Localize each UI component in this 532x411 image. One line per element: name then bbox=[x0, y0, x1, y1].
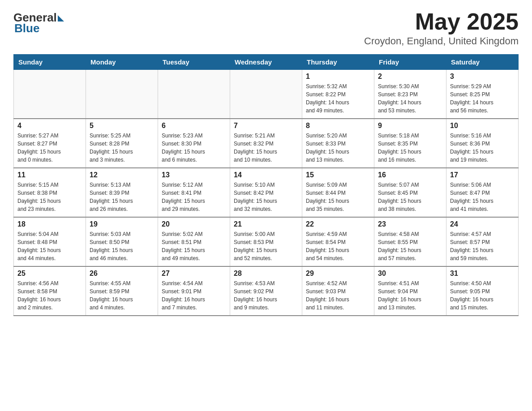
calendar-week-row: 4Sunrise: 5:27 AM Sunset: 8:27 PM Daylig… bbox=[14, 119, 519, 168]
calendar-week-row: 11Sunrise: 5:15 AM Sunset: 8:38 PM Dayli… bbox=[14, 168, 519, 217]
calendar-day-cell bbox=[158, 70, 230, 119]
title-block: May 2025 Croydon, England, United Kingdo… bbox=[364, 9, 519, 47]
day-number: 27 bbox=[162, 270, 226, 278]
day-info: Sunrise: 4:51 AM Sunset: 9:04 PM Dayligh… bbox=[378, 279, 442, 312]
day-number: 18 bbox=[17, 220, 82, 228]
calendar-week-row: 25Sunrise: 4:56 AM Sunset: 8:58 PM Dayli… bbox=[14, 266, 519, 316]
day-number: 1 bbox=[306, 73, 370, 81]
day-info: Sunrise: 5:07 AM Sunset: 8:45 PM Dayligh… bbox=[378, 181, 442, 213]
day-info: Sunrise: 5:29 AM Sunset: 8:25 PM Dayligh… bbox=[450, 82, 515, 115]
logo-arrow-icon bbox=[58, 15, 64, 21]
day-info: Sunrise: 5:25 AM Sunset: 8:28 PM Dayligh… bbox=[90, 132, 154, 164]
calendar-day-cell: 3Sunrise: 5:29 AM Sunset: 8:25 PM Daylig… bbox=[446, 70, 519, 119]
day-number: 31 bbox=[450, 270, 515, 278]
day-number: 30 bbox=[378, 270, 442, 278]
day-info: Sunrise: 5:04 AM Sunset: 8:48 PM Dayligh… bbox=[17, 230, 82, 262]
calendar-day-cell: 24Sunrise: 4:57 AM Sunset: 8:57 PM Dayli… bbox=[446, 217, 519, 266]
day-info: Sunrise: 5:10 AM Sunset: 8:42 PM Dayligh… bbox=[234, 181, 298, 213]
calendar-day-cell: 31Sunrise: 4:50 AM Sunset: 9:05 PM Dayli… bbox=[446, 266, 519, 316]
day-number: 23 bbox=[378, 220, 442, 228]
day-number: 2 bbox=[378, 73, 442, 81]
day-info: Sunrise: 4:56 AM Sunset: 8:58 PM Dayligh… bbox=[17, 279, 82, 312]
calendar-day-cell: 14Sunrise: 5:10 AM Sunset: 8:42 PM Dayli… bbox=[230, 168, 302, 217]
day-number: 11 bbox=[17, 171, 82, 179]
day-info: Sunrise: 5:30 AM Sunset: 8:23 PM Dayligh… bbox=[378, 82, 442, 115]
calendar-day-cell: 8Sunrise: 5:20 AM Sunset: 8:33 PM Daylig… bbox=[302, 119, 374, 168]
day-info: Sunrise: 5:02 AM Sunset: 8:51 PM Dayligh… bbox=[162, 230, 226, 262]
day-info: Sunrise: 5:27 AM Sunset: 8:27 PM Dayligh… bbox=[17, 132, 82, 164]
day-number: 19 bbox=[90, 220, 154, 228]
day-of-week-header: Thursday bbox=[302, 55, 374, 70]
calendar-day-cell: 1Sunrise: 5:32 AM Sunset: 8:22 PM Daylig… bbox=[302, 70, 374, 119]
calendar-day-cell: 16Sunrise: 5:07 AM Sunset: 8:45 PM Dayli… bbox=[374, 168, 446, 217]
day-number: 14 bbox=[234, 171, 298, 179]
day-info: Sunrise: 5:16 AM Sunset: 8:36 PM Dayligh… bbox=[450, 132, 515, 164]
day-number: 15 bbox=[306, 171, 370, 179]
day-number: 21 bbox=[234, 220, 298, 228]
day-info: Sunrise: 5:09 AM Sunset: 8:44 PM Dayligh… bbox=[306, 181, 370, 213]
calendar-day-cell: 4Sunrise: 5:27 AM Sunset: 8:27 PM Daylig… bbox=[14, 119, 86, 168]
day-number: 28 bbox=[234, 270, 298, 278]
calendar-day-cell: 5Sunrise: 5:25 AM Sunset: 8:28 PM Daylig… bbox=[86, 119, 158, 168]
calendar-day-cell: 11Sunrise: 5:15 AM Sunset: 8:38 PM Dayli… bbox=[14, 168, 86, 217]
day-number: 6 bbox=[162, 122, 226, 130]
calendar-day-cell: 12Sunrise: 5:13 AM Sunset: 8:39 PM Dayli… bbox=[86, 168, 158, 217]
calendar-day-cell: 9Sunrise: 5:18 AM Sunset: 8:35 PM Daylig… bbox=[374, 119, 446, 168]
day-number: 9 bbox=[378, 122, 442, 130]
day-info: Sunrise: 4:59 AM Sunset: 8:54 PM Dayligh… bbox=[306, 230, 370, 262]
calendar-day-cell: 27Sunrise: 4:54 AM Sunset: 9:01 PM Dayli… bbox=[158, 266, 230, 316]
day-info: Sunrise: 5:00 AM Sunset: 8:53 PM Dayligh… bbox=[234, 230, 298, 262]
day-info: Sunrise: 5:03 AM Sunset: 8:50 PM Dayligh… bbox=[90, 230, 154, 262]
calendar-day-cell: 19Sunrise: 5:03 AM Sunset: 8:50 PM Dayli… bbox=[86, 217, 158, 266]
calendar-day-cell: 13Sunrise: 5:12 AM Sunset: 8:41 PM Dayli… bbox=[158, 168, 230, 217]
calendar-week-row: 1Sunrise: 5:32 AM Sunset: 8:22 PM Daylig… bbox=[14, 70, 519, 119]
day-info: Sunrise: 4:58 AM Sunset: 8:55 PM Dayligh… bbox=[378, 230, 442, 262]
calendar-day-cell: 28Sunrise: 4:53 AM Sunset: 9:02 PM Dayli… bbox=[230, 266, 302, 316]
calendar-day-cell: 18Sunrise: 5:04 AM Sunset: 8:48 PM Dayli… bbox=[14, 217, 86, 266]
calendar-day-cell: 7Sunrise: 5:21 AM Sunset: 8:32 PM Daylig… bbox=[230, 119, 302, 168]
day-number: 22 bbox=[306, 220, 370, 228]
calendar-day-cell: 22Sunrise: 4:59 AM Sunset: 8:54 PM Dayli… bbox=[302, 217, 374, 266]
calendar-day-cell: 26Sunrise: 4:55 AM Sunset: 8:59 PM Dayli… bbox=[86, 266, 158, 316]
day-info: Sunrise: 4:52 AM Sunset: 9:03 PM Dayligh… bbox=[306, 279, 370, 312]
calendar-day-cell: 2Sunrise: 5:30 AM Sunset: 8:23 PM Daylig… bbox=[374, 70, 446, 119]
day-info: Sunrise: 5:13 AM Sunset: 8:39 PM Dayligh… bbox=[90, 181, 154, 213]
day-info: Sunrise: 5:06 AM Sunset: 8:47 PM Dayligh… bbox=[450, 181, 515, 213]
day-info: Sunrise: 5:21 AM Sunset: 8:32 PM Dayligh… bbox=[234, 132, 298, 164]
logo-blue-text: Blue bbox=[14, 21, 39, 35]
day-info: Sunrise: 5:18 AM Sunset: 8:35 PM Dayligh… bbox=[378, 132, 442, 164]
calendar-day-cell bbox=[230, 70, 302, 119]
day-number: 5 bbox=[90, 122, 154, 130]
calendar-day-cell bbox=[14, 70, 86, 119]
day-info: Sunrise: 5:32 AM Sunset: 8:22 PM Dayligh… bbox=[306, 82, 370, 115]
calendar-day-cell: 20Sunrise: 5:02 AM Sunset: 8:51 PM Dayli… bbox=[158, 217, 230, 266]
calendar-day-cell: 15Sunrise: 5:09 AM Sunset: 8:44 PM Dayli… bbox=[302, 168, 374, 217]
calendar-week-row: 18Sunrise: 5:04 AM Sunset: 8:48 PM Dayli… bbox=[14, 217, 519, 266]
calendar-body: 1Sunrise: 5:32 AM Sunset: 8:22 PM Daylig… bbox=[14, 70, 519, 316]
day-number: 20 bbox=[162, 220, 226, 228]
day-info: Sunrise: 4:50 AM Sunset: 9:05 PM Dayligh… bbox=[450, 279, 515, 312]
day-number: 24 bbox=[450, 220, 515, 228]
day-of-week-header: Tuesday bbox=[158, 55, 230, 70]
page-header: General Blue May 2025 Croydon, England, … bbox=[13, 9, 519, 47]
day-number: 4 bbox=[17, 122, 82, 130]
calendar-day-cell: 25Sunrise: 4:56 AM Sunset: 8:58 PM Dayli… bbox=[14, 266, 86, 316]
calendar-day-cell: 21Sunrise: 5:00 AM Sunset: 8:53 PM Dayli… bbox=[230, 217, 302, 266]
day-of-week-header: Saturday bbox=[446, 55, 519, 70]
day-info: Sunrise: 5:23 AM Sunset: 8:30 PM Dayligh… bbox=[162, 132, 226, 164]
day-info: Sunrise: 5:12 AM Sunset: 8:41 PM Dayligh… bbox=[162, 181, 226, 213]
day-number: 10 bbox=[450, 122, 515, 130]
day-of-week-header: Sunday bbox=[14, 55, 86, 70]
calendar-day-cell: 23Sunrise: 4:58 AM Sunset: 8:55 PM Dayli… bbox=[374, 217, 446, 266]
calendar-day-cell: 10Sunrise: 5:16 AM Sunset: 8:36 PM Dayli… bbox=[446, 119, 519, 168]
day-of-week-header: Monday bbox=[86, 55, 158, 70]
day-info: Sunrise: 4:53 AM Sunset: 9:02 PM Dayligh… bbox=[234, 279, 298, 312]
location-subtitle: Croydon, England, United Kingdom bbox=[364, 35, 519, 47]
day-info: Sunrise: 4:54 AM Sunset: 9:01 PM Dayligh… bbox=[162, 279, 226, 312]
day-number: 3 bbox=[450, 73, 515, 81]
day-number: 29 bbox=[306, 270, 370, 278]
day-number: 25 bbox=[17, 270, 82, 278]
days-of-week-row: SundayMondayTuesdayWednesdayThursdayFrid… bbox=[14, 55, 519, 70]
day-number: 16 bbox=[378, 171, 442, 179]
day-number: 17 bbox=[450, 171, 515, 179]
